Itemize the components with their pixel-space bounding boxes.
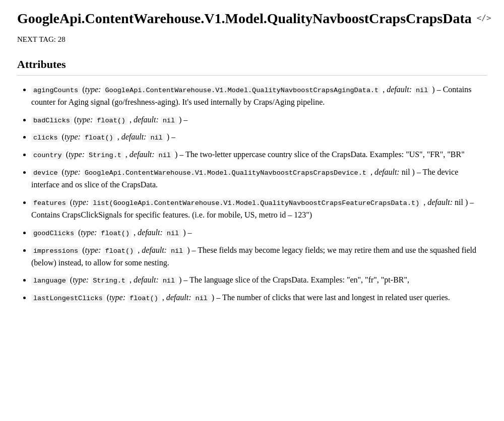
page-title: GoogleApi.ContentWarehouse.V1.Model.Qual…	[17, 10, 472, 27]
attr-type: float()	[103, 247, 136, 255]
attr-type: float()	[99, 229, 132, 238]
attr-default: nil	[169, 247, 185, 255]
next-tag: NEXT TAG: 28	[17, 33, 487, 45]
attr-default: nil	[414, 86, 430, 95]
attr-name: agingCounts	[31, 86, 80, 95]
attr-type: GoogleApi.ContentWarehouse.V1.Model.Qual…	[83, 169, 368, 177]
attributes-section: Attributes agingCounts (type: GoogleApi.…	[17, 55, 487, 305]
attr-default: nil	[157, 151, 173, 160]
code-icon[interactable]: </>	[477, 13, 491, 23]
attr-default: nil	[165, 229, 181, 238]
attr-default: nil	[194, 294, 210, 303]
list-item: device (type: GoogleApi.ContentWarehouse…	[31, 166, 487, 191]
list-item: goodClicks (type: float() , default: nil…	[31, 227, 487, 239]
attr-name: badClicks	[31, 116, 72, 125]
attr-name: goodClicks	[31, 229, 76, 238]
attr-type: float()	[95, 116, 128, 125]
attr-name: language	[31, 276, 68, 285]
attr-name: device	[31, 169, 60, 177]
attr-default: nil	[161, 276, 177, 285]
attr-type: String.t	[91, 276, 128, 285]
attr-default: nil	[161, 116, 177, 125]
list-item: language (type: String.t , default: nil …	[31, 274, 487, 287]
list-item: features (type: list(GoogleApi.ContentWa…	[31, 196, 487, 222]
attr-type: list(GoogleApi.ContentWarehouse.V1.Model…	[91, 199, 421, 207]
attr-name: clicks	[31, 133, 60, 142]
attr-default: nil	[148, 133, 164, 142]
attributes-list: agingCounts (type: GoogleApi.ContentWare…	[17, 84, 487, 304]
attr-type: String.t	[87, 151, 123, 160]
attr-type: GoogleApi.ContentWarehouse.V1.Model.Qual…	[103, 86, 381, 95]
attr-name: features	[31, 199, 68, 207]
page-title-container: GoogleApi.ContentWarehouse.V1.Model.Qual…	[17, 10, 487, 27]
attr-type: float()	[83, 133, 115, 142]
attr-name: country	[31, 151, 64, 160]
list-item: impressions (type: float() , default: ni…	[31, 244, 487, 269]
attr-name: impressions	[31, 247, 80, 255]
section-title: Attributes	[17, 55, 487, 76]
list-item: agingCounts (type: GoogleApi.ContentWare…	[31, 84, 487, 109]
attr-type: float()	[128, 294, 160, 303]
list-item: badClicks (type: float() , default: nil …	[31, 114, 487, 126]
list-item: country (type: String.t , default: nil )…	[31, 149, 487, 161]
list-item: clicks (type: float() , default: nil ) –	[31, 131, 487, 144]
list-item: lastLongestClicks (type: float() , defau…	[31, 292, 487, 304]
attr-name: lastLongestClicks	[31, 294, 105, 303]
page-container: GoogleApi.ContentWarehouse.V1.Model.Qual…	[5, 0, 499, 329]
